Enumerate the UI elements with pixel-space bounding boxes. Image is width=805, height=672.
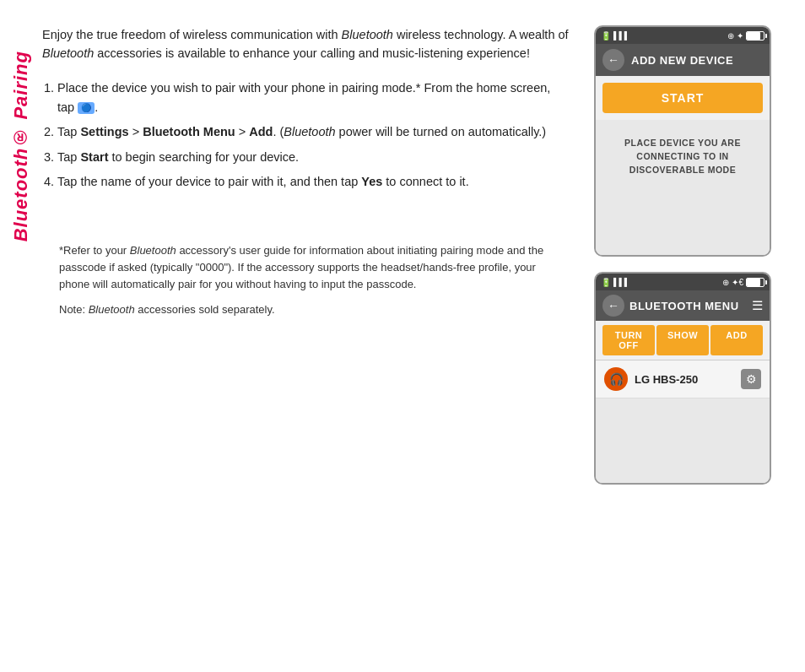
phone2-title: BLUETOOTH MENU xyxy=(629,300,739,312)
phone1-signal-icon: 🔋 xyxy=(601,31,611,41)
phone1-mockup: 🔋 ▌▌▌ ⊕ ✦ ← ADD NEW DEVICE START PLACE D… xyxy=(594,25,771,257)
phone2-menu-icon[interactable]: ☰ xyxy=(752,298,763,313)
left-content: Bluetooth® Pairing Enjoy the true freedo… xyxy=(25,25,594,655)
phone2-battery-icon xyxy=(746,278,764,287)
step-4: Tap the name of your device to pair with… xyxy=(57,172,569,192)
phone1-title: ADD NEW DEVICE xyxy=(631,54,733,67)
sidebar-label: Bluetooth® Pairing xyxy=(10,51,32,241)
phone2-show-button[interactable]: SHOW xyxy=(656,325,709,355)
phone2-add-button[interactable]: ADD xyxy=(710,325,763,355)
phone1-status-right: ⊕ ✦ xyxy=(727,31,764,41)
step-2: Tap Settings > Bluetooth Menu > Add. (Bl… xyxy=(57,122,569,142)
phone1-signal-bars: ▌▌▌ xyxy=(613,31,629,40)
phone2-gear-icon[interactable]: ⚙ xyxy=(741,369,761,389)
right-panels: 🔋 ▌▌▌ ⊕ ✦ ← ADD NEW DEVICE START PLACE D… xyxy=(594,25,788,655)
note-text: Note: Bluetooth accessories sold separat… xyxy=(59,303,569,316)
phone1-bt-icon: ✦ xyxy=(737,31,743,41)
phone1-gps-icon: ⊕ xyxy=(727,31,734,41)
steps-list: Place the device you wish to pair with y… xyxy=(57,79,569,192)
phone2-action-bar: TURN OFF SHOW ADD xyxy=(596,321,770,360)
footnote: *Refer to your Bluetooth accessory's use… xyxy=(59,242,569,293)
phone1-back-button[interactable]: ← xyxy=(602,49,624,71)
phone2-battery-fill xyxy=(747,279,760,286)
phone1-start-button[interactable]: START xyxy=(602,83,763,113)
phone1-battery-fill xyxy=(747,32,760,40)
phone2-mockup: 🔋 ▌▌▌ ⊕ ✦€ ← BLUETOOTH MENU ☰ TURN OFF S… xyxy=(594,272,771,485)
phone2-back-button[interactable]: ← xyxy=(602,295,624,317)
phone2-status-right: ⊕ ✦€ xyxy=(722,278,764,287)
phone1-header: ← ADD NEW DEVICE xyxy=(596,44,770,76)
phone2-header-left: ← BLUETOOTH MENU xyxy=(602,295,739,317)
step-1: Place the device you wish to pair with y… xyxy=(57,79,569,117)
phone2-signal-icon: 🔋 xyxy=(601,278,611,287)
intro-paragraph: Enjoy the true freedom of wireless commu… xyxy=(42,25,569,63)
step-3: Tap Start to begin searching for your de… xyxy=(57,148,569,167)
phone2-device-icon: 🎧 xyxy=(604,367,628,391)
phone2-header: ← BLUETOOTH MENU ☰ xyxy=(596,290,770,321)
phone1-discoverable-text: PLACE DEVICE YOU ARECONNECTING TO INDISC… xyxy=(624,138,741,175)
phone1-body: PLACE DEVICE YOU ARECONNECTING TO INDISC… xyxy=(596,120,770,204)
phone1-spacer xyxy=(596,204,770,255)
phone2-device-row[interactable]: 🎧 LG HBS-250 ⚙ xyxy=(596,360,770,398)
phone1-status-left: 🔋 ▌▌▌ xyxy=(601,31,629,41)
phone2-signal-bars: ▌▌▌ xyxy=(613,278,629,286)
phone2-bt-icon: ✦€ xyxy=(732,278,743,287)
phone2-status-bar: 🔋 ▌▌▌ ⊕ ✦€ xyxy=(596,274,770,290)
phone2-body xyxy=(596,398,770,483)
phone1-battery-icon xyxy=(746,31,764,41)
phone2-turn-off-button[interactable]: TURN OFF xyxy=(602,325,655,355)
main-text: Enjoy the true freedom of wireless commu… xyxy=(42,25,569,316)
phone2-device-row-left: 🎧 LG HBS-250 xyxy=(604,367,698,391)
phone2-device-name: LG HBS-250 xyxy=(635,373,698,386)
phone2-gps-icon: ⊕ xyxy=(722,278,729,287)
phone1-status-bar: 🔋 ▌▌▌ ⊕ ✦ xyxy=(596,27,770,44)
phone2-status-left: 🔋 ▌▌▌ xyxy=(601,278,629,287)
